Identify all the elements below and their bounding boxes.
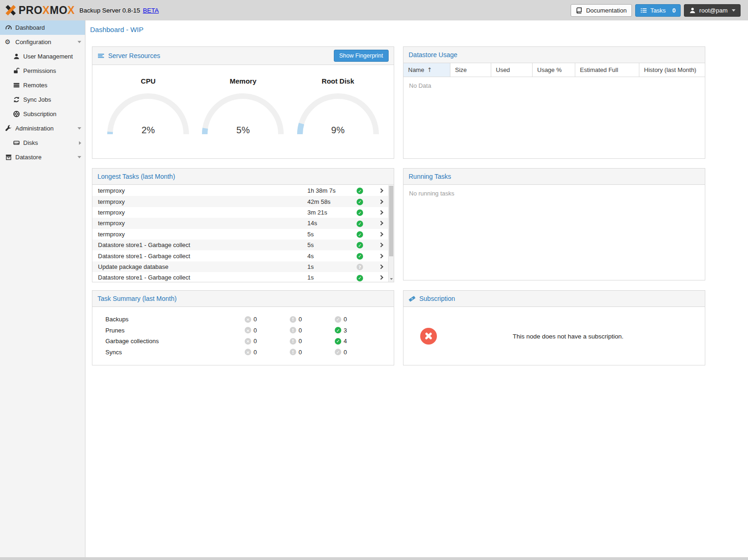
gauge-title: Memory <box>196 77 289 85</box>
summary-warnings-count: 0 <box>299 349 302 356</box>
summary-errors-count: 0 <box>254 327 257 334</box>
column-header-history-last-month-[interactable]: History (last Month) <box>639 63 705 77</box>
task-open-chevron[interactable] <box>373 254 388 258</box>
column-header-name[interactable]: Name↑ <box>403 63 450 77</box>
task-row[interactable]: termproxy1h 38m 7s✓ <box>92 185 388 196</box>
chevron-right-icon <box>378 199 383 204</box>
support-icon <box>13 111 20 117</box>
page-title: Dashboard - WIP <box>86 20 748 33</box>
expander-down-icon[interactable] <box>78 156 81 158</box>
expander-right-icon[interactable] <box>79 141 81 145</box>
sidebar-item-datastore[interactable]: Datastore <box>0 150 85 164</box>
sidebar-item-sync-jobs[interactable]: Sync Jobs <box>0 92 85 107</box>
summary-errors-count: 0 <box>254 338 257 345</box>
gears-icon: ⚙ <box>5 39 13 46</box>
documentation-button-label: Documentation <box>586 7 626 14</box>
summary-ok-count: 4 <box>344 338 347 345</box>
chevron-right-icon <box>378 232 383 236</box>
task-status-ok-icon: ✓ <box>357 187 373 195</box>
column-header-estimated-full[interactable]: Estimated Full <box>575 63 639 77</box>
chart-bars-icon <box>98 52 104 59</box>
task-row[interactable]: Datastore store1 - Garbage collect4s✓ <box>92 250 388 261</box>
gauge-title: Root Disk <box>292 77 384 85</box>
task-duration: 1s <box>307 274 357 281</box>
check-circle-icon: ✓ <box>357 242 363 248</box>
task-row[interactable]: termproxy3m 21s✓ <box>92 207 388 218</box>
task-open-chevron[interactable] <box>373 200 388 203</box>
task-open-chevron[interactable] <box>373 265 388 268</box>
column-header-size[interactable]: Size <box>450 63 491 77</box>
column-header-used[interactable]: Used <box>491 63 533 77</box>
scrollbar-down-button[interactable] <box>389 276 394 282</box>
task-list-icon <box>640 7 647 14</box>
sidebar-item-dashboard[interactable]: Dashboard <box>0 20 85 35</box>
task-row[interactable]: termproxy5s✓ <box>92 229 388 240</box>
subscription-title: Subscription <box>419 295 455 302</box>
task-duration: 5s <box>307 231 357 238</box>
task-status-ok-icon: ✓ <box>357 220 373 227</box>
sidebar-item-label: Remotes <box>23 82 81 89</box>
task-open-chevron[interactable] <box>373 243 388 247</box>
sidebar-item-user-management[interactable]: User Management <box>0 49 85 64</box>
column-header-usage-[interactable]: Usage % <box>533 63 575 77</box>
summary-errors-cell: ×0 <box>245 316 290 323</box>
check-circle-icon: ✓ <box>335 327 341 333</box>
summary-label: Garbage collections <box>105 338 245 345</box>
summary-warnings-count: 0 <box>299 327 302 334</box>
task-open-chevron[interactable] <box>373 233 388 236</box>
sidebar-item-remotes[interactable]: Remotes <box>0 78 85 92</box>
task-open-chevron[interactable] <box>373 211 388 214</box>
task-open-chevron[interactable] <box>373 221 388 225</box>
proxmox-wordmark: PROXMOX <box>19 4 75 17</box>
task-summary-body: Backups×0!0✓0Prunes×0!0✓3Garbage collect… <box>92 307 394 358</box>
task-row[interactable]: Datastore store1 - Garbage collect1s✓ <box>92 272 388 282</box>
task-row[interactable]: Update package database1s? <box>92 261 388 272</box>
task-summary-title: Task Summary (last Month) <box>98 295 176 302</box>
chevron-right-icon <box>378 221 383 226</box>
sidebar-item-disks[interactable]: Disks <box>0 136 85 150</box>
sidebar-item-permissions[interactable]: Permissions <box>0 64 85 78</box>
datastore-table-header: Name↑SizeUsedUsage %Estimated FullHistor… <box>403 63 705 77</box>
expander-down-icon[interactable] <box>78 127 81 130</box>
expander-down-icon[interactable] <box>78 41 81 43</box>
task-label: Datastore store1 - Garbage collect <box>98 253 307 260</box>
task-row[interactable]: Datastore store1 - Garbage collect5s✓ <box>92 240 388 250</box>
column-header-label: Estimated Full <box>580 66 618 73</box>
sidebar-item-administration[interactable]: Administration <box>0 121 85 136</box>
show-fingerprint-button[interactable]: Show Fingerprint <box>334 50 389 62</box>
user-menu-button[interactable]: root@pam <box>684 4 741 17</box>
longest-tasks-panel: Longest Tasks (last Month) termproxy1h 3… <box>92 168 394 282</box>
gauge-memory: Memory5% <box>196 65 289 137</box>
sidebar-item-label: Dashboard <box>15 24 81 31</box>
scrollbar-thumb[interactable] <box>389 186 393 256</box>
check-circle-icon: ✓ <box>335 349 341 355</box>
summary-errors-count: 0 <box>254 349 257 356</box>
task-open-chevron[interactable] <box>373 189 388 192</box>
tasks-count-badge: 0 <box>672 7 676 14</box>
x-circle-icon: × <box>245 338 251 345</box>
vertical-scrollbar[interactable] <box>388 185 394 282</box>
beta-link[interactable]: BETA <box>143 7 159 14</box>
task-row[interactable]: termproxy42m 58s✓ <box>92 196 388 207</box>
documentation-button[interactable]: Documentation <box>571 4 631 17</box>
summary-warnings-count: 0 <box>299 316 302 323</box>
column-header-label: Size <box>455 66 467 73</box>
subscription-panel: Subscription This node does not have a s… <box>403 290 705 365</box>
running-tasks-header: Running Tasks <box>403 169 705 185</box>
sidebar-item-subscription[interactable]: Subscription <box>0 107 85 121</box>
check-circle-icon: ✓ <box>357 275 363 281</box>
question-circle-icon: ? <box>357 264 363 270</box>
sidebar-item-configuration[interactable]: ⚙Configuration <box>0 35 85 49</box>
summary-ok-count: 0 <box>344 349 347 356</box>
product-version-text: Backup Server 0.8-15 <box>79 7 140 14</box>
summary-ok-cell: ✓0 <box>335 316 380 323</box>
book-icon <box>576 7 583 14</box>
user-icon <box>689 7 696 14</box>
tasks-button[interactable]: Tasks 0 <box>635 4 681 17</box>
column-header-label: Name <box>408 66 424 73</box>
task-label: termproxy <box>98 187 307 194</box>
task-row[interactable]: termproxy14s✓ <box>92 218 388 228</box>
task-open-chevron[interactable] <box>373 276 388 279</box>
summary-ok-cell: ✓0 <box>335 349 380 356</box>
subscription-header: Subscription <box>403 291 705 307</box>
